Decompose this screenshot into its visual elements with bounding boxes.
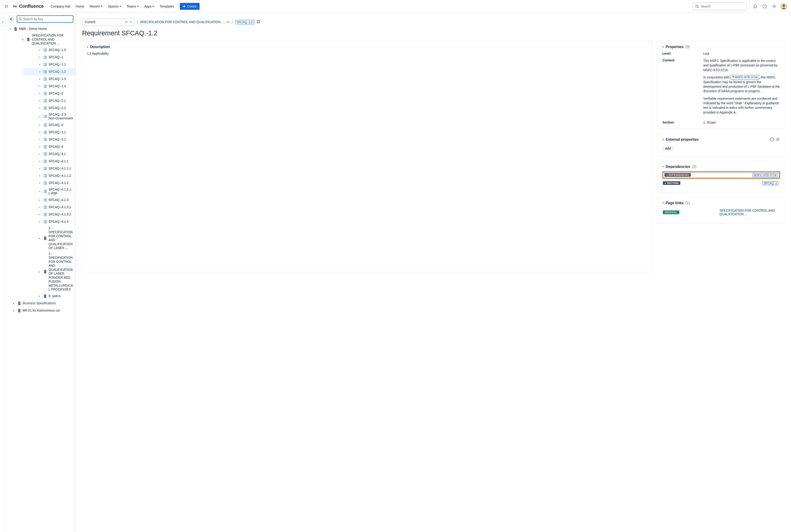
search-input[interactable] [700,4,744,8]
content-p2: In conjunction with MSFC-STD-3716, this … [703,75,780,94]
original-badge: ORIGINAL [663,210,679,214]
tree-item[interactable]: • SFCAQ.-1.2 [23,68,75,75]
tree-item[interactable]: • SFCAQ.-1.4 [23,83,75,90]
tree-spec-folder[interactable]: ▾ SPECIFICATION FOR CONTROL AND QUALIFIC… [15,33,75,46]
chevron-down-icon [130,20,132,24]
crumb-chip[interactable]: SFCAQ.-1.2 [235,20,255,24]
sec-link[interactable]: SFCAQ.-1 [762,181,778,185]
tree-label: 2 - SPECIFICATION FOR CONTROL AND QUALIF… [49,252,73,291]
tree-search-input[interactable] [23,17,71,21]
svg-point-4 [774,6,775,7]
svg-point-7 [19,17,21,19]
prop-level-key: Level [662,52,703,55]
description-panel: ▾ Description 1.2 Applicability [82,41,652,272]
tree-root[interactable]: ▾ MBR - Démo Home [5,25,75,33]
collapse-icon[interactable]: ▾ [662,165,664,168]
crumb-spec-link[interactable]: SPECIFICATION FOR CONTROL AND QUALIFICAT… [140,20,224,24]
tree-item[interactable]: • SFCAQ.-4.1.1 [23,158,75,165]
confluence-logo[interactable]: Confluence [12,4,44,9]
tree-item[interactable]: • SFCAQ.-4.1.4 [23,218,75,225]
requirement-icon [43,206,47,209]
description-body: 1.2 Applicability [87,52,647,55]
tree-item[interactable]: • SFCAQ.-4.1.3.2 [23,211,75,218]
prop-section-value: 1. Scope [703,120,780,124]
tree-item[interactable]: • SFCAQ.-1 [23,54,75,61]
nav-recent[interactable]: Recent [87,3,105,10]
collapse-icon[interactable]: ▾ [662,45,664,49]
avatar[interactable] [780,3,787,10]
tree-item[interactable]: • SFCAQ.-2.2 [23,104,75,112]
tree-item[interactable]: • SFCAQ.-1.5 [23,46,75,54]
requirement-icon [43,174,47,177]
tree-label: SFCAQ.-4.1.1.1 [49,167,71,171]
tree-item[interactable]: • SFCAQ.-4 [23,143,75,150]
nav-teams[interactable]: Teams [125,3,141,10]
tree-item[interactable]: • SFCAQ.-3.2 [23,136,75,143]
tree-item[interactable]: • SFCAQ.-2.1 [23,97,75,104]
tree-label: SFCAQ.-1.1 [49,62,66,66]
tree-item[interactable]: • SFCAQ.-3.1 [23,129,75,136]
clear-icon[interactable]: ✕ [125,20,128,24]
ext-add-button[interactable]: Add [662,145,674,152]
create-button-label: Create [187,4,197,8]
content-link[interactable]: MSFC-STD-3716 [730,75,759,80]
copy-link-icon[interactable] [257,20,260,24]
search-box[interactable] [693,2,747,10]
dep-link[interactable]: MSFC-STD-3716 [752,173,778,177]
tree-folder[interactable]: ▸ 3 - SPECIFICATION FOR CONTROL AND QUAL… [23,225,75,251]
tree-item[interactable]: • SFCAQ.-4.1 [23,150,75,158]
confluence-logo-text: Confluence [19,4,44,9]
collapse-icon[interactable]: ▾ [87,45,88,49]
tree-item[interactable]: • SFCAQ.-4.1.1.1 [23,165,75,172]
version-select[interactable]: Current ✕ [82,18,134,26]
notifications-icon[interactable] [752,3,759,10]
tree-item[interactable]: • SFCAQ.-1.1 [23,61,75,68]
nav-company-hub[interactable]: Company hub [48,3,73,10]
requirement-icon [43,99,47,102]
tree-folder[interactable]: ▸ BR-01 for Autonomous car [5,307,75,314]
page-link[interactable]: SPECIFICATION FOR CONTROL AND QUALIFICAT… [720,209,778,216]
tree-item[interactable]: • SFCAQ.-2.3-Non-Government [23,112,75,121]
tree-folder[interactable]: ▸ 2 - SPECIFICATION FOR CONTROL AND QUAL… [23,251,75,292]
content: Current ✕ / SPECIFICATION FOR CONTROL AN… [76,13,791,532]
nav-apps[interactable]: Apps [142,3,157,10]
collapse-icon[interactable]: ▾ [662,138,664,141]
tree-item[interactable]: • SFCAQ.-1.3 [23,75,75,83]
tree-item[interactable]: • SFCAQ.-3 [23,121,75,129]
app-switcher-icon[interactable] [4,4,9,9]
help-icon[interactable]: ? [761,3,768,10]
back-button[interactable] [8,15,15,23]
links-count: (1) [685,201,690,205]
sec-badge: < SECTION [663,181,680,185]
tree-item[interactable]: • SFCAQ.-4.1.1.2 [23,172,75,179]
tree-label: SFCAQ.-2 [49,92,63,96]
nav-home[interactable]: Home [73,3,87,10]
tree-label: SFCAQ.-3 [49,123,63,127]
tree-label: SFCAQ.-2.2 [49,106,66,110]
crumb-more[interactable]: ••• [226,20,230,24]
tree-search[interactable] [17,15,73,23]
prop-content-key: Content [662,58,703,117]
tree-folder[interactable]: ▸ 5- specs [23,292,75,300]
tree-label: SFCAQ.-4.1.1 [49,159,69,163]
requirement-icon [43,160,47,163]
requirement-icon [43,199,47,202]
tree-item[interactable]: • SFCAQ.-4.1.3.1 [23,204,75,211]
svg-point-0 [696,5,698,7]
nav-spaces[interactable]: Spaces [106,3,124,10]
tree-item[interactable]: • SFCAQ.-4.1.3 [23,196,75,204]
nav-templates[interactable]: Templates [158,3,177,10]
page-icon [43,236,47,240]
create-button[interactable]: Create [180,3,199,10]
ext-help-icon[interactable]: ? [770,137,774,142]
tree-item[interactable]: • SFCAQ.-2 [23,90,75,97]
collapse-icon[interactable]: ▾ [662,202,664,204]
ext-settings-icon[interactable] [776,137,780,142]
dependency-row-highlighted: < DEPENDENCIES MSFC-STD-3716 [662,172,780,178]
settings-icon[interactable] [771,3,778,10]
tree-folder[interactable]: ▸ Business Specifications [5,300,75,307]
tree-item[interactable]: • SFCAQ.-4.1.2 [23,179,75,187]
requirement-icon [43,131,47,134]
expand-rail-button[interactable] [0,18,5,27]
tree-item[interactable]: • SFCAQ.-4.1.2.1-L-PBF [23,187,75,196]
